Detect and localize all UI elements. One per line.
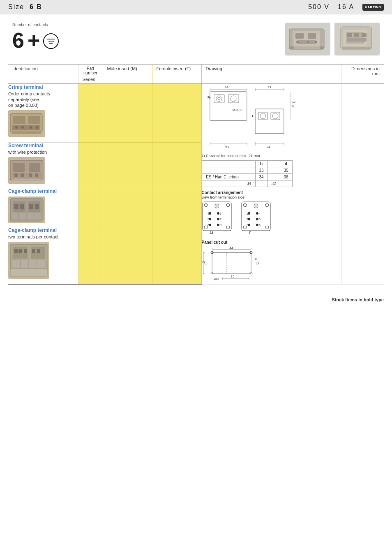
svg-point-84 <box>265 204 269 207</box>
svg-text:10: 10 <box>292 100 295 103</box>
svg-text:27: 27 <box>202 261 205 264</box>
technical-drawing: 44 27 M <box>202 84 341 151</box>
svg-rect-127 <box>29 163 40 172</box>
svg-rect-16 <box>347 38 367 42</box>
svg-text:1: 1 <box>220 212 221 215</box>
col-male-insert: Male insert (M) <box>103 64 152 84</box>
svg-rect-9 <box>320 46 324 49</box>
crimp-subtitle-2: separately (see <box>8 97 78 102</box>
current-label: 16 A <box>338 3 354 11</box>
svg-rect-139 <box>20 204 24 209</box>
svg-point-24 <box>30 126 32 129</box>
svg-text:44: 44 <box>229 246 233 250</box>
drawing-content: 44 27 M <box>202 84 341 284</box>
svg-point-113 <box>256 262 258 264</box>
svg-rect-152 <box>32 249 35 253</box>
svg-rect-140 <box>29 204 33 209</box>
svg-text:3: 3 <box>220 224 221 227</box>
cage-clamp-2-title: Cage-clamp terminal <box>8 227 78 233</box>
svg-text:5●: 5● <box>208 218 211 221</box>
svg-rect-45 <box>258 112 267 120</box>
col-dimensions: Dimensions in mm <box>341 64 384 84</box>
col-identification: Identification <box>8 64 78 84</box>
svg-point-63 <box>226 204 230 207</box>
svg-text:F: F <box>252 114 254 118</box>
svg-text:6●: 6● <box>208 224 211 227</box>
part-number-header: Part number <box>83 66 99 75</box>
screw-male <box>103 143 152 188</box>
svg-point-62 <box>204 204 208 207</box>
svg-text:M3×10: M3×10 <box>233 109 242 111</box>
svg-rect-129 <box>14 173 18 177</box>
svg-text:6: 6 <box>259 224 261 227</box>
svg-point-101 <box>256 224 258 226</box>
crimp-dimensions <box>341 84 384 284</box>
svg-point-7 <box>315 41 317 43</box>
svg-point-64 <box>204 226 208 229</box>
svg-text:51: 51 <box>225 145 229 149</box>
svg-point-25 <box>36 126 38 129</box>
svg-text:U: U <box>292 104 294 107</box>
identification-crimp: Crimp terminal Order crimp contacts sepa… <box>8 84 78 143</box>
svg-rect-17 <box>342 47 371 49</box>
ground-symbol <box>43 33 59 49</box>
svg-rect-131 <box>29 173 32 177</box>
contact-arrangement-label: Contact arrangement view from terminatio… <box>202 190 341 199</box>
svg-rect-132 <box>35 173 38 177</box>
crimp-female <box>152 84 201 143</box>
svg-point-46 <box>260 113 266 119</box>
svg-rect-151 <box>24 249 27 253</box>
panel-cutout-label: Panel cut out <box>202 240 341 245</box>
contact-count-label: Number of contacts <box>12 23 59 27</box>
panel-cutout-drawing: 44 <box>202 246 341 284</box>
page-header: Size 6 B 500 V 16 A HARTING <box>0 0 392 14</box>
crimp-series <box>78 84 103 143</box>
svg-rect-141 <box>35 204 39 209</box>
svg-point-79 <box>217 224 219 226</box>
product-images <box>285 23 380 56</box>
col-female-insert: Female insert (F) <box>152 64 201 84</box>
svg-rect-158 <box>10 269 47 276</box>
cage-2-male <box>103 227 152 284</box>
contact-diagram: 4● 1 5● 2 6● 3 <box>202 201 341 237</box>
svg-rect-3 <box>308 33 316 39</box>
identification-cage-2: Cage-clamp terminal two terminals per co… <box>8 227 78 284</box>
svg-rect-153 <box>37 249 40 253</box>
svg-text:34: 34 <box>266 145 270 149</box>
contact-section: Number of contacts 6 + <box>0 14 392 64</box>
svg-point-75 <box>217 218 219 220</box>
svg-point-71 <box>217 212 219 215</box>
svg-text:44: 44 <box>224 86 228 89</box>
svg-point-86 <box>265 226 269 229</box>
product-image-1 <box>285 23 330 56</box>
svg-text:2: 2 <box>220 218 221 221</box>
page-footer: Stock Items in bold type <box>0 293 392 306</box>
drawing-area: 44 27 M <box>201 84 341 284</box>
table-header: Identification Part number Series Male i… <box>8 64 384 84</box>
crimp-subtitle-1: Order crimp contacts <box>8 91 78 96</box>
svg-point-95 <box>248 218 250 220</box>
svg-point-38 <box>216 96 222 102</box>
svg-text:F: F <box>249 231 251 235</box>
svg-point-93 <box>256 212 258 215</box>
col-drawing: Drawing <box>201 64 341 84</box>
svg-rect-26 <box>12 131 41 134</box>
svg-point-85 <box>243 226 247 229</box>
svg-rect-15 <box>362 33 367 37</box>
svg-rect-20 <box>28 116 40 124</box>
svg-text:27: 27 <box>267 86 271 89</box>
svg-rect-48 <box>271 112 280 120</box>
svg-point-65 <box>226 226 230 229</box>
dim-note: 1) Distance for contact max. 21 mm <box>202 153 341 158</box>
contact-count-value: 6 + <box>12 30 59 51</box>
crimp-subtitle-3: on page 03.03) <box>8 103 78 108</box>
svg-point-5 <box>296 41 299 43</box>
svg-point-97 <box>256 218 258 220</box>
catalog-table: Identification Part number Series Male i… <box>8 64 384 285</box>
cage-1-series <box>78 188 103 227</box>
svg-rect-14 <box>354 33 359 37</box>
svg-text:M: M <box>210 231 213 235</box>
svg-rect-149 <box>14 249 18 253</box>
svg-point-91 <box>248 212 250 215</box>
svg-point-49 <box>272 113 278 119</box>
